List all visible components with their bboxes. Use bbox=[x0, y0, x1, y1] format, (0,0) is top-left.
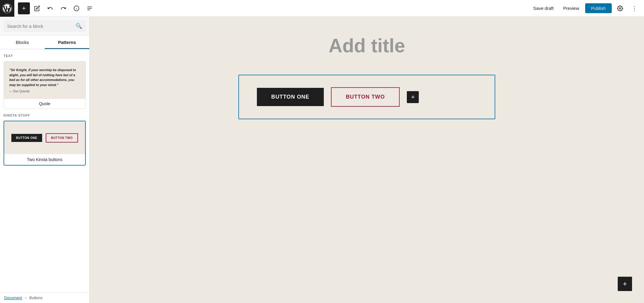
content-area: Add title BUTTON ONE BUTTON TWO + + bbox=[90, 17, 644, 303]
redo-button[interactable] bbox=[57, 2, 69, 14]
kinsta-card-label: Two Kinsta buttons bbox=[4, 154, 85, 165]
wp-logo bbox=[0, 0, 14, 17]
svg-point-6 bbox=[620, 7, 621, 9]
quote-attribution: — Don Quixote bbox=[9, 90, 80, 93]
search-input[interactable] bbox=[7, 24, 73, 29]
quote-pattern-card[interactable]: "Sir Knight, if your worship be disposed… bbox=[4, 61, 86, 109]
post-title[interactable]: Add title bbox=[238, 35, 495, 57]
tabs: Blocks Patterns bbox=[0, 36, 89, 49]
tab-blocks[interactable]: Blocks bbox=[0, 36, 45, 49]
add-bottom-block-button[interactable]: + bbox=[618, 277, 632, 291]
button-block: BUTTON ONE BUTTON TWO + bbox=[238, 75, 495, 119]
search-icon: 🔍 bbox=[76, 23, 82, 29]
quote-text: "Sir Knight, if your worship be disposed… bbox=[9, 68, 80, 87]
main-layout: 🔍 Blocks Patterns TEXT "Sir Knight, if y… bbox=[0, 17, 644, 303]
search-area: 🔍 bbox=[0, 17, 89, 36]
quote-card-label: Quote bbox=[4, 99, 85, 108]
publish-button[interactable]: Publish bbox=[585, 3, 612, 13]
tab-patterns[interactable]: Patterns bbox=[45, 36, 90, 49]
list-view-button[interactable] bbox=[84, 2, 96, 14]
undo-button[interactable] bbox=[44, 2, 56, 14]
settings-button[interactable] bbox=[614, 2, 626, 14]
breadcrumb-arrow: → bbox=[24, 296, 27, 300]
topbar-right: Save draft Preview Publish ⋮ bbox=[530, 2, 640, 14]
sidebar: 🔍 Blocks Patterns TEXT "Sir Knight, if y… bbox=[0, 17, 90, 303]
search-box: 🔍 bbox=[4, 20, 86, 32]
breadcrumb-document[interactable]: Document bbox=[4, 296, 22, 300]
kinsta-buttons-card[interactable]: BUTTON ONE BUTTON TWO Two Kinsta buttons bbox=[4, 121, 86, 166]
preview-button[interactable]: Preview bbox=[559, 3, 582, 13]
info-button[interactable] bbox=[70, 2, 82, 14]
kinsta-section-label: KINSTA STUFF bbox=[4, 114, 86, 117]
text-section-label: TEXT bbox=[4, 54, 86, 58]
topbar: + Save draft Preview Publish ⋮ bbox=[0, 0, 644, 17]
mini-button-one: BUTTON ONE bbox=[11, 134, 42, 142]
add-inline-block-button[interactable]: + bbox=[407, 91, 419, 103]
sidebar-content: TEXT "Sir Knight, if your worship be dis… bbox=[0, 49, 89, 292]
more-options-button[interactable]: ⋮ bbox=[628, 2, 640, 14]
kinsta-section: KINSTA STUFF BUTTON ONE BUTTON TWO Two K… bbox=[4, 114, 86, 166]
edit-mode-button[interactable] bbox=[31, 2, 43, 14]
content-button-two[interactable]: BUTTON TWO bbox=[331, 87, 400, 107]
content-button-one[interactable]: BUTTON ONE bbox=[257, 88, 324, 106]
kinsta-card-preview: BUTTON ONE BUTTON TWO bbox=[4, 121, 85, 154]
text-section: TEXT "Sir Knight, if your worship be dis… bbox=[4, 54, 86, 109]
mini-button-two: BUTTON TWO bbox=[46, 133, 78, 143]
breadcrumb-buttons: Buttons bbox=[29, 296, 42, 300]
save-draft-button[interactable]: Save draft bbox=[530, 3, 557, 13]
add-block-button[interactable]: + bbox=[18, 2, 30, 14]
breadcrumb: Document → Buttons bbox=[0, 292, 89, 303]
quote-card-preview: "Sir Knight, if your worship be disposed… bbox=[4, 62, 85, 99]
